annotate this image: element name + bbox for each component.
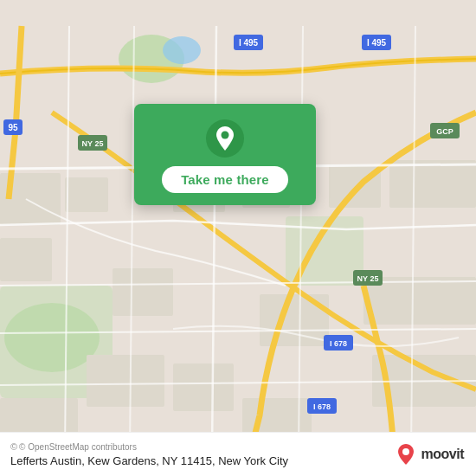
svg-rect-16 bbox=[415, 277, 476, 325]
map-attribution: © © OpenStreetMap contributors bbox=[10, 441, 288, 452]
moovit-brand-label: moovit bbox=[421, 447, 464, 462]
svg-rect-18 bbox=[173, 363, 234, 411]
svg-point-4 bbox=[4, 303, 100, 372]
svg-rect-12 bbox=[0, 238, 52, 281]
svg-text:I 495: I 495 bbox=[367, 38, 387, 48]
svg-rect-7 bbox=[65, 177, 108, 212]
map-container: I 495 I 495 95 NY 25 GCP NY 25 I 678 I 6… bbox=[0, 0, 476, 476]
map-background: I 495 I 495 95 NY 25 GCP NY 25 I 678 I 6… bbox=[0, 0, 476, 476]
svg-rect-17 bbox=[87, 355, 164, 407]
svg-text:NY 25: NY 25 bbox=[82, 139, 104, 148]
moovit-pin-icon bbox=[394, 442, 418, 466]
svg-rect-11 bbox=[389, 160, 476, 208]
svg-text:NY 25: NY 25 bbox=[357, 274, 379, 283]
location-name: Lefferts Austin, Kew Gardens, NY 11415, … bbox=[10, 454, 288, 467]
svg-text:I 678: I 678 bbox=[313, 402, 331, 411]
svg-text:95: 95 bbox=[8, 123, 18, 132]
take-me-there-button[interactable]: Take me there bbox=[162, 166, 288, 193]
svg-text:I 678: I 678 bbox=[330, 339, 347, 348]
svg-point-40 bbox=[402, 448, 409, 455]
moovit-logo: moovit bbox=[394, 442, 464, 466]
location-pin-icon bbox=[206, 119, 244, 158]
bottom-bar: © © OpenStreetMap contributors Lefferts … bbox=[0, 432, 476, 476]
location-info: © © OpenStreetMap contributors Lefferts … bbox=[10, 441, 288, 467]
svg-text:I 495: I 495 bbox=[239, 38, 259, 48]
svg-point-39 bbox=[222, 132, 229, 139]
svg-text:GCP: GCP bbox=[436, 127, 453, 136]
action-card: Take me there bbox=[134, 104, 316, 205]
svg-point-2 bbox=[163, 36, 201, 64]
svg-rect-13 bbox=[113, 268, 173, 316]
